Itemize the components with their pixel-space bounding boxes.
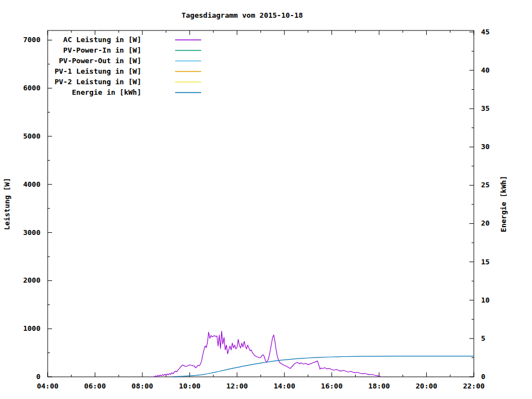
y-right-tick-label: 10 [481,296,490,304]
y-left-tick-label: 0 [36,372,40,381]
y-left-tick-label: 1000 [23,324,40,332]
y-right-tick-label: 35 [481,104,490,112]
y-left-tick-label: 5000 [23,132,40,140]
y-right-tick-label: 45 [481,28,490,36]
y-right-tick-label: 0 [481,372,485,381]
x-tick-label: 14:00 [274,382,295,390]
y-left-axis-label: Leistung [W] [3,178,11,230]
y-left-tick-label: 3000 [23,228,40,237]
legend-item-label: PV-Power-Out in [W] [59,57,141,65]
legend-item-label: PV-2 Leistung in [W] [54,78,141,86]
x-tick-label: 12:00 [226,382,248,390]
x-tick-label: 16:00 [321,382,342,390]
plot-area: 04:0006:0008:0010:0012:0014:0016:0018:00… [23,28,490,390]
tagesdiagramm-chart: Tagesdiagramm vom 2015-10-18 Leistung [W… [0,0,532,399]
legend-item-label: PV-Power-In in [W] [63,46,141,54]
series-line-energie-in-kwh- [173,356,474,377]
y-left-tick-label: 6000 [23,84,40,92]
x-tick-label: 22:00 [463,382,484,390]
legend-item-label: Energie in [kWh] [72,88,141,96]
series-line-ac-leistung-in-w- [154,331,380,377]
y-right-tick-label: 15 [481,258,490,266]
y-left-tick-label: 4000 [23,180,40,188]
y-right-tick-label: 30 [481,142,490,151]
y-right-tick-label: 25 [481,181,490,189]
y-left-tick-label: 2000 [23,276,40,284]
y-left-tick-label: 7000 [23,35,40,44]
x-tick-label: 10:00 [179,382,201,390]
legend-item-label: AC Leistung in [W] [63,35,141,44]
y-right-tick-label: 20 [481,219,490,227]
chart-canvas: Tagesdiagramm vom 2015-10-18 Leistung [W… [0,0,532,399]
x-tick-label: 18:00 [369,382,390,390]
x-tick-label: 20:00 [416,382,437,390]
x-tick-label: 06:00 [84,382,106,390]
y-right-tick-label: 5 [481,334,485,342]
legend-item-label: PV-1 Leistung in [W] [54,67,141,75]
y-right-axis-label: Energie [kWh] [499,176,508,232]
x-tick-label: 08:00 [131,382,153,390]
chart-title: Tagesdiagramm vom 2015-10-18 [181,11,303,19]
x-tick-label: 04:00 [37,382,58,390]
y-right-tick-label: 40 [481,66,490,74]
